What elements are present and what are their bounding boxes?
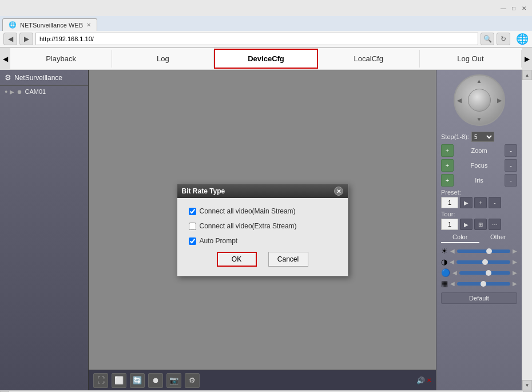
- focus-label: Focus: [456, 162, 502, 169]
- address-input[interactable]: [35, 33, 478, 45]
- step-label: Step(1-8):: [441, 133, 469, 140]
- browser-chrome: 🌐 NETSurveillance WEB ✕ ◀ ▶ 🔍 ↻ 🌐: [0, 0, 532, 48]
- checkbox-auto-prompt[interactable]: [189, 237, 196, 245]
- dialog-body: Connect all video(Main Stream) Connect a…: [177, 198, 348, 276]
- ptz-left-arrow[interactable]: ◀: [457, 97, 462, 104]
- saturation-right-arrow[interactable]: ▶: [513, 270, 517, 276]
- close-button[interactable]: [521, 5, 527, 11]
- scroll-down-btn[interactable]: ▼: [522, 380, 532, 390]
- ptz-up-arrow[interactable]: ▲: [477, 78, 482, 84]
- zoom-row: + Zoom -: [441, 144, 517, 157]
- preset-add-btn[interactable]: +: [474, 197, 487, 208]
- checkbox-row-1: Connect all video(Main Stream): [189, 207, 336, 215]
- tab-favicon: 🌐: [9, 21, 17, 29]
- ptz-right-arrow[interactable]: ▶: [497, 97, 502, 104]
- browser-logo-icon: 🌐: [516, 33, 529, 45]
- contrast-left-arrow[interactable]: ◀: [450, 259, 454, 265]
- sidebar-cam-row[interactable]: ● ▶ ⏺ CAM01: [0, 86, 88, 97]
- brightness-left-arrow[interactable]: ◀: [450, 248, 455, 254]
- checkbox-extra-stream[interactable]: [189, 223, 196, 230]
- sidebar-settings-icon: ⚙: [5, 73, 11, 82]
- search-button[interactable]: 🔍: [481, 33, 494, 45]
- saturation-icon: 🔵: [441, 268, 450, 277]
- checkbox-row-2: Connect all video(Extra Stream): [189, 222, 336, 230]
- nav-scroll-right[interactable]: ▶: [522, 48, 532, 70]
- tour-dots-btn[interactable]: ⋯: [489, 219, 501, 230]
- scroll-up-btn[interactable]: ▲: [522, 70, 532, 80]
- dialog-title-bar: Bit Rate Type ✕: [177, 184, 348, 198]
- hue-slider[interactable]: [457, 282, 510, 286]
- forward-button[interactable]: ▶: [19, 33, 33, 45]
- video-area: Bit Rate Type ✕ Connect all video(Main S…: [89, 70, 436, 390]
- zoom-plus-btn[interactable]: +: [441, 144, 454, 157]
- cam-record-icon: ⏺: [17, 89, 22, 95]
- content-area: ⚙ NetSurveillance ● ▶ ⏺ CAM01 Bit Rate T…: [0, 70, 532, 390]
- zoom-label: Zoom: [456, 147, 502, 154]
- saturation-slider[interactable]: [459, 271, 510, 275]
- dialog-buttons: OK Cancel: [189, 252, 336, 267]
- preset-row: ▶ + -: [441, 197, 517, 208]
- browser-tab[interactable]: 🌐 NETSurveillance WEB ✕: [2, 18, 97, 31]
- tab-close-button[interactable]: ✕: [86, 22, 91, 28]
- step-row: Step(1-8): 51234678: [441, 132, 517, 142]
- focus-row: + Focus -: [441, 159, 517, 172]
- brightness-right-arrow[interactable]: ▶: [513, 248, 517, 254]
- checkbox-row-3: Auto Prompt: [189, 237, 336, 245]
- hue-icon: ▦: [441, 279, 448, 288]
- address-bar: ◀ ▶ 🔍 ↻ 🌐: [0, 31, 532, 47]
- main-nav: ◀ Playback Log DeviceCfg LocalCfg Log Ou…: [0, 48, 532, 70]
- checkbox-main-stream[interactable]: [189, 208, 196, 215]
- maximize-button[interactable]: [510, 5, 517, 11]
- ptz-control: ▲ ▼ ◀ ▶: [441, 74, 517, 126]
- ptz-joystick[interactable]: ▲ ▼ ◀ ▶: [454, 74, 505, 126]
- step-select[interactable]: 51234678: [471, 132, 494, 142]
- refresh-button[interactable]: ↻: [497, 33, 510, 45]
- ok-button[interactable]: OK: [217, 252, 257, 267]
- contrast-slider[interactable]: [456, 260, 510, 264]
- preset-del-btn[interactable]: -: [489, 197, 501, 208]
- scroll-track[interactable]: [522, 80, 532, 380]
- dialog-close-button[interactable]: ✕: [334, 187, 343, 196]
- nav-playback[interactable]: Playback: [10, 50, 112, 68]
- hue-left-arrow[interactable]: ◀: [450, 280, 455, 287]
- iris-minus-btn[interactable]: -: [505, 174, 517, 187]
- tour-input[interactable]: [441, 219, 458, 230]
- contrast-icon: ◑: [441, 258, 447, 266]
- cam-circle-icon: ●: [5, 89, 7, 94]
- ptz-down-arrow[interactable]: ▼: [477, 116, 482, 122]
- tour-go-btn[interactable]: ▶: [460, 219, 473, 230]
- minimize-button[interactable]: [500, 5, 507, 11]
- dialog-overlay: Bit Rate Type ✕ Connect all video(Main S…: [89, 70, 436, 390]
- nav-logout[interactable]: Log Out: [420, 50, 522, 68]
- brightness-slider[interactable]: [457, 250, 510, 253]
- cancel-button[interactable]: Cancel: [268, 252, 308, 267]
- preset-go-btn[interactable]: ▶: [460, 197, 473, 208]
- back-button[interactable]: ◀: [3, 33, 17, 45]
- contrast-right-arrow[interactable]: ▶: [513, 259, 517, 265]
- other-tab[interactable]: Other: [479, 232, 518, 243]
- iris-plus-btn[interactable]: +: [441, 174, 454, 187]
- focus-plus-btn[interactable]: +: [441, 159, 454, 172]
- default-button[interactable]: Default: [441, 292, 517, 304]
- focus-minus-btn[interactable]: -: [505, 159, 517, 172]
- color-tabs: Color Other: [441, 232, 517, 243]
- nav-devicecfg[interactable]: DeviceCfg: [214, 49, 317, 69]
- contrast-slider-row: ◑ ◀ ▶: [441, 258, 517, 266]
- right-panel: ▲ ▼ ◀ ▶ Step(1-8): 51234678 + Zoom - + F…: [436, 70, 522, 390]
- tour-grid-btn[interactable]: ⊞: [474, 219, 487, 230]
- title-bar: [0, 0, 532, 16]
- hue-right-arrow[interactable]: ▶: [513, 280, 517, 287]
- zoom-minus-btn[interactable]: -: [505, 144, 517, 157]
- iris-row: + Iris -: [441, 174, 517, 187]
- color-tab[interactable]: Color: [441, 232, 479, 243]
- preset-input[interactable]: [441, 197, 458, 208]
- nav-localcfg[interactable]: LocalCfg: [318, 50, 420, 68]
- cam-play-icon[interactable]: ▶: [10, 89, 14, 95]
- checkbox-main-stream-label: Connect all video(Main Stream): [200, 207, 296, 215]
- checkbox-auto-prompt-label: Auto Prompt: [200, 237, 238, 245]
- saturation-left-arrow[interactable]: ◀: [452, 270, 457, 276]
- preset-label: Preset:: [441, 189, 517, 196]
- tour-row: ▶ ⊞ ⋯: [441, 219, 517, 230]
- nav-log[interactable]: Log: [112, 50, 214, 68]
- nav-scroll-left[interactable]: ◀: [0, 48, 10, 70]
